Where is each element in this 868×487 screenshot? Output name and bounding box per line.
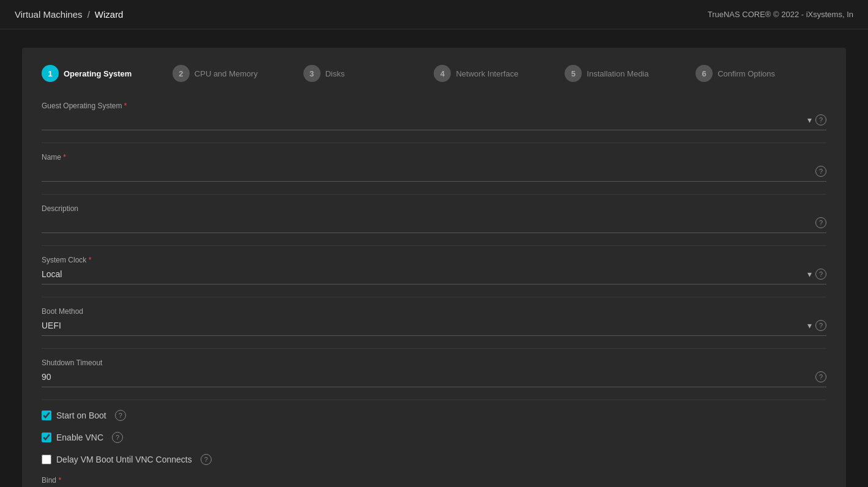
start-on-boot-label[interactable]: Start on Boot — [56, 411, 106, 420]
name-label: Name * — [42, 153, 826, 162]
step-3-label: Disks — [325, 69, 345, 78]
system-clock-label: System Clock * — [42, 256, 826, 264]
guest-os-group: Guest Operating System * ? — [42, 102, 826, 130]
step-4[interactable]: 4 Network Interface — [434, 65, 565, 82]
step-2-circle: 2 — [172, 65, 190, 82]
step-6-circle: 6 — [696, 65, 713, 82]
boot-method-input-wrap: ? — [42, 318, 826, 336]
step-4-circle: 4 — [434, 65, 451, 82]
system-clock-group: System Clock * ? — [42, 256, 826, 284]
main-content: 1 Operating System 2 CPU and Memory 3 Di… — [0, 29, 868, 487]
step-6[interactable]: 6 Confirm Options — [696, 65, 826, 82]
wizard-card: 1 Operating System 2 CPU and Memory 3 Di… — [22, 48, 846, 487]
step-1[interactable]: 1 Operating System — [42, 65, 172, 82]
step-2[interactable]: 2 CPU and Memory — [172, 65, 303, 82]
step-6-label: Confirm Options — [718, 69, 775, 78]
system-clock-input-wrap: ? — [42, 267, 826, 284]
guest-os-input[interactable] — [42, 113, 803, 127]
delay-vm-label[interactable]: Delay VM Boot Until VNC Connects — [56, 455, 192, 464]
shutdown-timeout-input[interactable] — [42, 370, 812, 384]
delay-vm-group: Delay VM Boot Until VNC Connects ? — [42, 454, 826, 465]
delay-vm-checkbox[interactable] — [42, 455, 51, 464]
boot-method-dropdown-icon[interactable] — [807, 320, 812, 331]
system-clock-help-icon[interactable]: ? — [815, 269, 826, 280]
breadcrumb-parent[interactable]: Virtual Machines — [15, 9, 83, 20]
step-4-label: Network Interface — [456, 69, 518, 78]
description-group: Description ? — [42, 204, 826, 233]
shutdown-timeout-label: Shutdown Timeout — [42, 359, 826, 367]
boot-method-help-icon[interactable]: ? — [815, 320, 826, 331]
enable-vnc-label[interactable]: Enable VNC — [56, 433, 103, 442]
system-clock-input[interactable] — [42, 267, 803, 281]
step-2-label: CPU and Memory — [195, 69, 258, 78]
name-input[interactable] — [42, 164, 812, 179]
bind-label: Bind * — [42, 476, 826, 485]
name-group: Name * ? — [42, 153, 826, 182]
enable-vnc-checkbox[interactable] — [42, 433, 51, 442]
step-5-label: Installation Media — [587, 69, 648, 78]
brand-text: TrueNAS CORE® © 2022 - iXsystems, In — [708, 10, 853, 19]
enable-vnc-group: Enable VNC ? — [42, 432, 826, 443]
breadcrumb: Virtual Machines / Wizard — [15, 9, 123, 20]
guest-os-help-icon[interactable]: ? — [815, 114, 826, 125]
delay-vm-help-icon[interactable]: ? — [201, 454, 212, 465]
guest-os-input-wrap: ? — [42, 113, 826, 130]
description-label: Description — [42, 204, 826, 213]
name-help-icon[interactable]: ? — [815, 166, 826, 177]
start-on-boot-help-icon[interactable]: ? — [115, 410, 126, 421]
enable-vnc-help-icon[interactable]: ? — [112, 432, 123, 443]
shutdown-timeout-help-icon[interactable]: ? — [815, 371, 826, 382]
step-1-label: Operating System — [64, 69, 132, 78]
description-input[interactable] — [42, 215, 812, 230]
start-on-boot-checkbox[interactable] — [42, 411, 51, 420]
shutdown-timeout-group: Shutdown Timeout ? — [42, 359, 826, 387]
topbar: Virtual Machines / Wizard TrueNAS CORE® … — [0, 0, 868, 29]
boot-method-label: Boot Method — [42, 307, 826, 316]
guest-os-dropdown-icon[interactable] — [807, 114, 812, 125]
breadcrumb-current: Wizard — [95, 9, 124, 20]
start-on-boot-group: Start on Boot ? — [42, 410, 826, 421]
step-3[interactable]: 3 Disks — [303, 65, 434, 82]
step-1-circle: 1 — [42, 65, 59, 82]
name-input-wrap: ? — [42, 164, 826, 182]
breadcrumb-separator: / — [87, 9, 90, 20]
step-3-circle: 3 — [303, 65, 321, 82]
description-help-icon[interactable]: ? — [815, 217, 826, 228]
bind-group: Bind * ? — [42, 476, 826, 487]
boot-method-input[interactable] — [42, 318, 803, 333]
system-clock-dropdown-icon[interactable] — [807, 269, 812, 280]
description-input-wrap: ? — [42, 215, 826, 233]
step-5-circle: 5 — [565, 65, 582, 82]
boot-method-group: Boot Method ? — [42, 307, 826, 336]
guest-os-label: Guest Operating System * — [42, 102, 826, 110]
stepper: 1 Operating System 2 CPU and Memory 3 Di… — [42, 65, 826, 82]
shutdown-timeout-input-wrap: ? — [42, 370, 826, 387]
step-5[interactable]: 5 Installation Media — [565, 65, 696, 82]
